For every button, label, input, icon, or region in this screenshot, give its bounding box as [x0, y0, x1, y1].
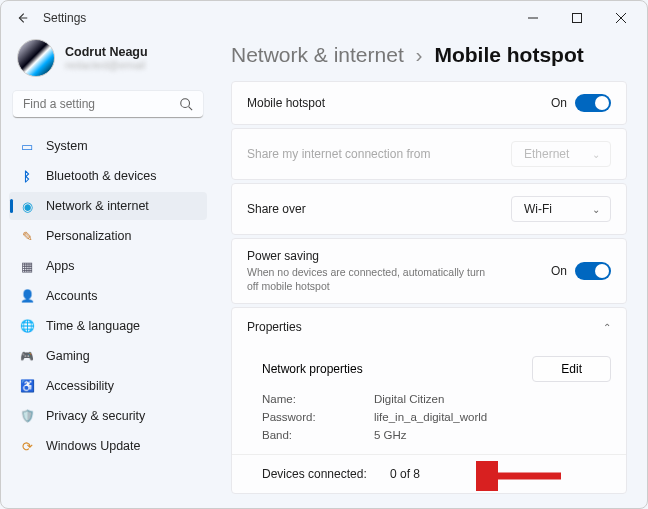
sidebar-item-label: Accounts — [46, 289, 97, 303]
sidebar-item-label: Accessibility — [46, 379, 114, 393]
apps-icon: ▦ — [19, 258, 35, 274]
update-icon: ⟳ — [19, 438, 35, 454]
maximize-button[interactable] — [555, 3, 599, 33]
share-from-value: Ethernet — [524, 147, 569, 161]
sidebar-item-label: Network & internet — [46, 199, 149, 213]
window-title: Settings — [43, 11, 86, 25]
sidebar-item-time[interactable]: 🌐Time & language — [9, 312, 207, 340]
page-title: Mobile hotspot — [434, 43, 583, 66]
wifi-icon: ◉ — [19, 198, 35, 214]
power-saving-panel: Power saving When no devices are connect… — [231, 238, 627, 304]
svg-point-4 — [181, 99, 190, 108]
chevron-up-icon: ⌃ — [603, 322, 611, 333]
content-area: Network & internet › Mobile hotspot Mobi… — [219, 35, 647, 508]
sidebar-item-label: Bluetooth & devices — [46, 169, 157, 183]
search-box[interactable] — [13, 91, 203, 118]
maximize-icon — [572, 13, 582, 23]
sidebar-item-network[interactable]: ◉Network & internet — [9, 192, 207, 220]
sidebar: Codrut Neagu redacted@email ▭System ᛒBlu… — [1, 35, 219, 508]
titlebar: Settings — [1, 1, 647, 35]
sidebar-item-label: Time & language — [46, 319, 140, 333]
hotspot-state: On — [551, 96, 567, 110]
sidebar-item-personalization[interactable]: ✎Personalization — [9, 222, 207, 250]
chevron-right-icon: › — [416, 43, 423, 66]
devices-key: Devices connected: — [262, 467, 370, 481]
user-subtitle: redacted@email — [65, 59, 148, 71]
power-saving-toggle[interactable] — [575, 262, 611, 280]
nav-list: ▭System ᛒBluetooth & devices ◉Network & … — [9, 132, 207, 460]
chevron-down-icon: ⌄ — [592, 204, 600, 215]
shield-icon: 🛡️ — [19, 408, 35, 424]
annotation-arrow-icon — [476, 461, 566, 491]
name-value: Digital Citizen — [374, 393, 444, 405]
minimize-button[interactable] — [511, 3, 555, 33]
share-over-panel: Share over Wi-Fi ⌄ — [231, 183, 627, 235]
sidebar-item-update[interactable]: ⟳Windows Update — [9, 432, 207, 460]
share-over-dropdown[interactable]: Wi-Fi ⌄ — [511, 196, 611, 222]
edit-button[interactable]: Edit — [532, 356, 611, 382]
share-from-panel: Share my internet connection from Ethern… — [231, 128, 627, 180]
brush-icon: ✎ — [19, 228, 35, 244]
sidebar-item-accounts[interactable]: 👤Accounts — [9, 282, 207, 310]
sidebar-item-label: Apps — [46, 259, 75, 273]
breadcrumb-parent[interactable]: Network & internet — [231, 43, 404, 66]
hotspot-panel: Mobile hotspot On — [231, 81, 627, 125]
accounts-icon: 👤 — [19, 288, 35, 304]
sidebar-item-label: System — [46, 139, 88, 153]
power-saving-label: Power saving — [247, 249, 487, 263]
sidebar-item-bluetooth[interactable]: ᛒBluetooth & devices — [9, 162, 207, 190]
share-from-dropdown: Ethernet ⌄ — [511, 141, 611, 167]
password-key: Password: — [262, 411, 354, 423]
sidebar-item-label: Privacy & security — [46, 409, 145, 423]
arrow-left-icon — [15, 11, 29, 25]
name-key: Name: — [262, 393, 354, 405]
globe-icon: 🌐 — [19, 318, 35, 334]
share-over-label: Share over — [247, 202, 306, 216]
close-button[interactable] — [599, 3, 643, 33]
share-over-value: Wi-Fi — [524, 202, 552, 216]
bluetooth-icon: ᛒ — [19, 168, 35, 184]
breadcrumb: Network & internet › Mobile hotspot — [231, 43, 627, 67]
chevron-down-icon: ⌄ — [592, 149, 600, 160]
system-icon: ▭ — [19, 138, 35, 154]
properties-header[interactable]: Properties ⌃ — [232, 308, 626, 346]
power-saving-state: On — [551, 264, 567, 278]
sidebar-item-gaming[interactable]: 🎮Gaming — [9, 342, 207, 370]
band-key: Band: — [262, 429, 354, 441]
band-value: 5 GHz — [374, 429, 407, 441]
accessibility-icon: ♿ — [19, 378, 35, 394]
hotspot-toggle[interactable] — [575, 94, 611, 112]
gaming-icon: 🎮 — [19, 348, 35, 364]
password-value: life_in_a_digital_world — [374, 411, 487, 423]
svg-line-5 — [189, 107, 193, 111]
close-icon — [616, 13, 626, 23]
sidebar-item-accessibility[interactable]: ♿Accessibility — [9, 372, 207, 400]
minimize-icon — [528, 13, 538, 23]
user-name: Codrut Neagu — [65, 45, 148, 59]
user-profile[interactable]: Codrut Neagu redacted@email — [9, 35, 207, 91]
sidebar-item-label: Gaming — [46, 349, 90, 363]
power-saving-sub: When no devices are connected, automatic… — [247, 265, 487, 293]
share-from-label: Share my internet connection from — [247, 147, 430, 161]
sidebar-item-label: Personalization — [46, 229, 131, 243]
back-button[interactable] — [15, 11, 29, 25]
search-input[interactable] — [23, 97, 163, 111]
sidebar-item-system[interactable]: ▭System — [9, 132, 207, 160]
properties-panel: Properties ⌃ Network properties Edit Nam… — [231, 307, 627, 494]
sidebar-item-apps[interactable]: ▦Apps — [9, 252, 207, 280]
properties-title: Properties — [247, 320, 302, 334]
sidebar-item-label: Windows Update — [46, 439, 141, 453]
network-props-label: Network properties — [262, 362, 363, 376]
hotspot-label: Mobile hotspot — [247, 96, 325, 110]
devices-value: 0 of 8 — [390, 467, 420, 481]
avatar — [17, 39, 55, 77]
sidebar-item-privacy[interactable]: 🛡️Privacy & security — [9, 402, 207, 430]
svg-rect-1 — [573, 14, 582, 23]
search-icon — [179, 97, 193, 111]
